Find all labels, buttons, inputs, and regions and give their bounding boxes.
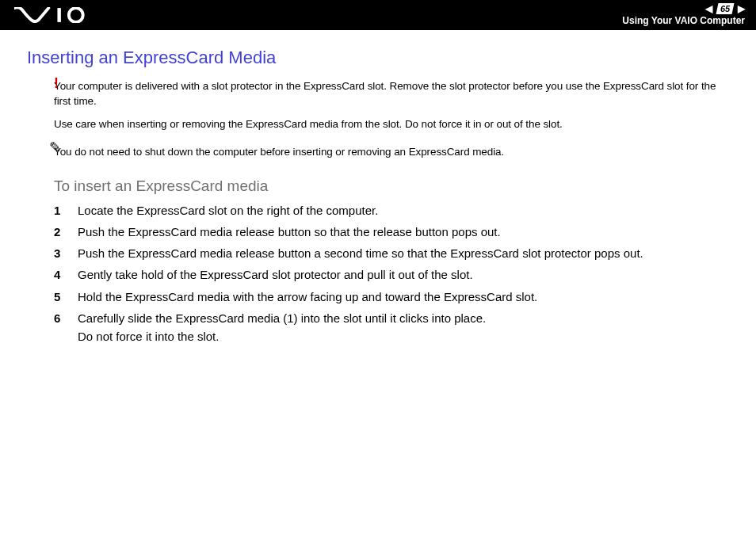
list-item: 2Push the ExpressCard media release butt…: [54, 223, 734, 241]
vaio-logo-svg: [14, 7, 102, 23]
list-item: 6Carefully slide the ExpressCard media (…: [54, 309, 734, 346]
list-item: 3Push the ExpressCard media release butt…: [54, 244, 734, 262]
vaio-logo: [14, 0, 102, 30]
exclamation-icon: !: [54, 76, 59, 90]
page-nav: ◀ 65 ▶: [705, 3, 745, 14]
svg-rect-0: [57, 8, 60, 22]
step-number: 4: [54, 265, 78, 284]
step-number: 6: [54, 309, 78, 327]
warning-block: ! Your computer is delivered with a slot…: [27, 79, 734, 132]
step-number: 1: [54, 201, 78, 219]
list-item: 4Gently take hold of the ExpressCard slo…: [54, 265, 734, 284]
svg-point-1: [69, 8, 83, 22]
tip-text: You do not need to shut down the compute…: [54, 145, 734, 160]
list-item: 5Hold the ExpressCard media with the arr…: [54, 288, 734, 306]
next-arrow-icon[interactable]: ▶: [738, 4, 745, 13]
step-text: Locate the ExpressCard slot on the right…: [78, 201, 734, 219]
page-title: Inserting an ExpressCard Media: [27, 48, 734, 68]
step-number: 5: [54, 288, 78, 306]
warning-text-1: Your computer is delivered with a slot p…: [54, 79, 734, 109]
tip-block: ✎ You do not need to shut down the compu…: [27, 145, 734, 160]
steps-list: 1Locate the ExpressCard slot on the righ…: [54, 201, 734, 346]
header-bar: ◀ 65 ▶ Using Your VAIO Computer: [0, 0, 756, 30]
step-number: 3: [54, 244, 78, 262]
pencil-icon: ✎: [49, 140, 61, 154]
prev-arrow-icon[interactable]: ◀: [705, 4, 712, 13]
step-text: Gently take hold of the ExpressCard slot…: [78, 265, 734, 284]
step-text: Push the ExpressCard media release butto…: [78, 244, 734, 262]
step-text: Hold the ExpressCard media with the arro…: [78, 288, 734, 306]
page-content: Inserting an ExpressCard Media ! Your co…: [0, 30, 756, 345]
warning-text-2: Use care when inserting or removing the …: [54, 117, 734, 132]
step-number: 2: [54, 223, 78, 241]
step-text: Carefully slide the ExpressCard media (1…: [78, 309, 734, 346]
page-number-badge: 65: [716, 3, 734, 14]
sub-heading: To insert an ExpressCard media: [54, 177, 734, 195]
header-right: ◀ 65 ▶ Using Your VAIO Computer: [622, 3, 745, 26]
list-item: 1Locate the ExpressCard slot on the righ…: [54, 201, 734, 219]
header-section-label: Using Your VAIO Computer: [622, 16, 745, 26]
step-text: Push the ExpressCard media release butto…: [78, 223, 734, 241]
